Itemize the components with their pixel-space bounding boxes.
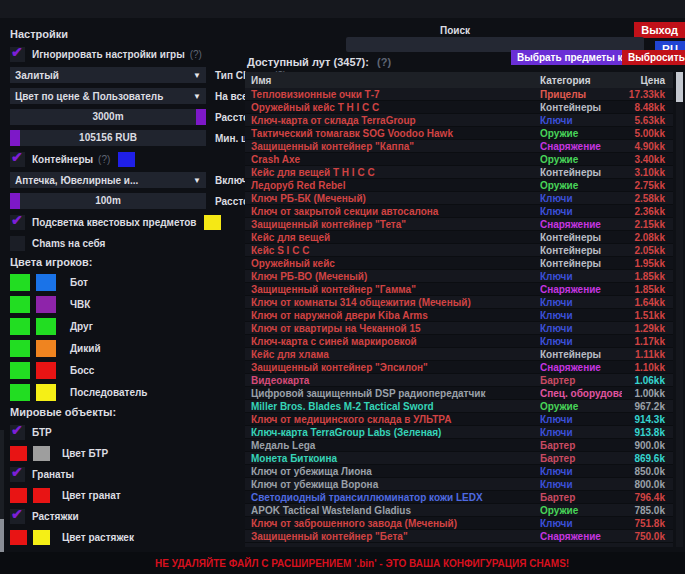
table-row[interactable]: Ключ РБ-ВО (Меченый) Ключи 1.85kk xyxy=(245,270,673,283)
table-row[interactable]: Кейс для хлама Контейнеры 1.11kk xyxy=(245,348,673,361)
title-bar[interactable] xyxy=(0,0,685,18)
column-header-name[interactable]: Имя xyxy=(245,75,540,86)
grenade-color-swatch[interactable] xyxy=(33,488,50,503)
discard-all-button[interactable]: Выбросить все xyxy=(622,50,685,65)
btr-visible-swatch[interactable] xyxy=(10,446,27,461)
min-price-slider[interactable]: 105156 RUB xyxy=(10,130,206,146)
item-price: 1.64kk xyxy=(622,296,673,309)
slider-handle[interactable] xyxy=(10,130,20,146)
exit-button[interactable]: Выход xyxy=(634,22,685,38)
table-row[interactable]: Ключ-карта от склада TerraGroup Ключи 5.… xyxy=(245,114,673,127)
table-row[interactable]: Оружейный кейс T H I C C Контейнеры 8.48… xyxy=(245,101,673,114)
player-color-label: ЧВК xyxy=(70,299,90,310)
table-row[interactable]: Ключ от медицинского склада в УЛЬТРА Клю… xyxy=(245,413,673,426)
help-icon[interactable]: (?) xyxy=(98,154,110,165)
column-header-category[interactable]: Категория xyxy=(540,75,622,86)
min-price-value: 105156 RUB xyxy=(79,132,137,143)
distance-slider[interactable]: 3000m xyxy=(10,109,206,125)
help-icon[interactable]: (?) xyxy=(377,56,391,68)
player-color-swatch[interactable] xyxy=(36,340,56,357)
table-row[interactable]: Ключ-карта с синей маркировкой Ключи 1.1… xyxy=(245,335,673,348)
help-icon[interactable]: (?) xyxy=(190,49,202,60)
btr-checkbox[interactable] xyxy=(10,425,25,440)
table-row[interactable]: Цифровой защищенный DSP радиопередатчик … xyxy=(245,387,673,400)
containers-checkbox[interactable] xyxy=(10,152,25,167)
table-row[interactable]: Ключ от закрытой секции автосалона Ключи… xyxy=(245,205,673,218)
table-row[interactable]: Ключ-карта TerraGroup Labs (Зеленая) Клю… xyxy=(245,426,673,439)
table-row[interactable]: Ключ от убежища Ворона Ключи 800.0k xyxy=(245,478,673,491)
table-row[interactable]: Монета Биткоина Бартер 869.6k xyxy=(245,452,673,465)
chams-type-dropdown[interactable]: Залитый ▼ xyxy=(10,67,206,83)
player-color-swatch[interactable] xyxy=(36,274,56,291)
scrollbar-handle[interactable] xyxy=(676,72,683,102)
table-row[interactable]: Ключ от комнаты 314 общежития (Меченый) … xyxy=(245,296,673,309)
chams-self-checkbox[interactable] xyxy=(10,236,25,251)
quest-highlight-checkbox[interactable] xyxy=(10,215,25,230)
player-color-swatch[interactable] xyxy=(36,362,56,379)
table-row[interactable]: Ключ от наружной двери Kiba Arms Ключи 1… xyxy=(245,309,673,322)
slider-handle[interactable] xyxy=(10,193,20,209)
tripwire-color-label: Цвет растяжек xyxy=(62,532,134,543)
container-filter-dropdown[interactable]: Аптечка, Ювелирные и... ▼ xyxy=(10,172,206,188)
quest-color-swatch[interactable] xyxy=(204,215,221,230)
loot-table-header[interactable]: Имя Категория Цена xyxy=(245,72,673,88)
table-row[interactable]: Crash Axe Оружие 3.40kk xyxy=(245,153,673,166)
table-scrollbar[interactable] xyxy=(676,72,683,547)
all-items-dropdown[interactable]: Цвет по цене & Пользователь ▼ xyxy=(10,88,206,104)
tripwires-row: Растяжки xyxy=(10,508,243,524)
item-category: Спец. оборудование xyxy=(540,387,622,400)
player-visible-swatch[interactable] xyxy=(10,296,30,313)
player-color-label: Бот xyxy=(70,277,88,288)
item-name: Ключ от комнаты 314 общежития (Меченый) xyxy=(245,296,540,309)
player-color-swatch[interactable] xyxy=(36,296,56,313)
player-visible-swatch[interactable] xyxy=(10,384,30,401)
player-color-swatch[interactable] xyxy=(36,384,56,401)
ignore-game-settings-checkbox[interactable] xyxy=(10,47,25,62)
grenades-checkbox[interactable] xyxy=(10,467,25,482)
item-category: Бартер xyxy=(540,374,622,387)
btr-color-swatch[interactable] xyxy=(33,446,50,461)
table-row[interactable]: Светодиодный трансиллюминатор кожи LEDX … xyxy=(245,491,673,504)
slider-handle[interactable] xyxy=(196,109,206,125)
table-row-clipped[interactable] xyxy=(245,543,673,547)
table-row[interactable]: Тактический томагавк SOG Voodoo Hawk Ору… xyxy=(245,127,673,140)
player-visible-swatch[interactable] xyxy=(10,362,30,379)
table-row[interactable]: Кейс S I C C Контейнеры 2.05kk xyxy=(245,244,673,257)
table-row[interactable]: Защищенный контейнер "Каппа" Снаряжение … xyxy=(245,140,673,153)
table-row[interactable]: Тепловизионные очки Т-7 Прицелы 17.33kk xyxy=(245,88,673,101)
table-row[interactable]: Защищенный контейнер "Тета" Снаряжение 2… xyxy=(245,218,673,231)
table-row[interactable]: Ключ от заброшенного завода (Меченый) Кл… xyxy=(245,517,673,530)
tripwire-color-swatch[interactable] xyxy=(33,530,50,545)
table-row[interactable]: Медаль Lega Бартер 900.0k xyxy=(245,439,673,452)
table-row[interactable]: APOK Tactical Wasteland Gladius Оружие 7… xyxy=(245,504,673,517)
tripwire-visible-swatch[interactable] xyxy=(10,530,27,545)
table-row[interactable]: Оружейный кейс Контейнеры 1.95kk xyxy=(245,257,673,270)
column-header-price[interactable]: Цена xyxy=(622,75,673,86)
table-row[interactable]: Защищенный контейнер "Бета" Снаряжение 7… xyxy=(245,530,673,543)
item-category: Снаряжение xyxy=(540,283,622,296)
grenade-visible-swatch[interactable] xyxy=(10,488,27,503)
table-row[interactable]: Кейс для вещей T H I C C Контейнеры 3.10… xyxy=(245,166,673,179)
table-row[interactable]: Miller Bros. Blades M-2 Tactical Sword О… xyxy=(245,400,673,413)
player-color-row: ЧВК xyxy=(10,296,243,313)
table-row[interactable]: Защищенный контейнер "Эпсилон" Снаряжени… xyxy=(245,361,673,374)
item-name: Тактический томагавк SOG Voodoo Hawk xyxy=(245,127,540,140)
table-row[interactable]: Ключ от убежища Лиона Ключи 850.0k xyxy=(245,465,673,478)
item-name: Защищенный контейнер "Гамма" xyxy=(245,283,540,296)
table-row[interactable]: Ключ РБ-БК (Меченый) Ключи 2.58kk xyxy=(245,192,673,205)
player-visible-swatch[interactable] xyxy=(10,318,30,335)
table-row[interactable]: Ледоруб Red Rebel Оружие 2.75kk xyxy=(245,179,673,192)
player-color-swatch[interactable] xyxy=(36,318,56,335)
player-visible-swatch[interactable] xyxy=(10,274,30,291)
table-row[interactable]: Видеокарта Бартер 1.06kk xyxy=(245,374,673,387)
tripwires-checkbox[interactable] xyxy=(10,509,25,524)
table-row[interactable]: Ключ от квартиры на Чеканной 15 Ключи 1.… xyxy=(245,322,673,335)
table-row[interactable]: Кейс для вещей Контейнеры 2.08kk xyxy=(245,231,673,244)
containers-color-swatch[interactable] xyxy=(118,152,135,167)
player-visible-swatch[interactable] xyxy=(10,340,30,357)
container-distance-slider[interactable]: 100m xyxy=(10,193,206,209)
table-row[interactable]: Защищенный контейнер "Гамма" Снаряжение … xyxy=(245,283,673,296)
item-price: 1.85kk xyxy=(622,270,673,283)
player-color-row: Бот xyxy=(10,274,243,291)
item-price: 850.0k xyxy=(622,465,673,478)
